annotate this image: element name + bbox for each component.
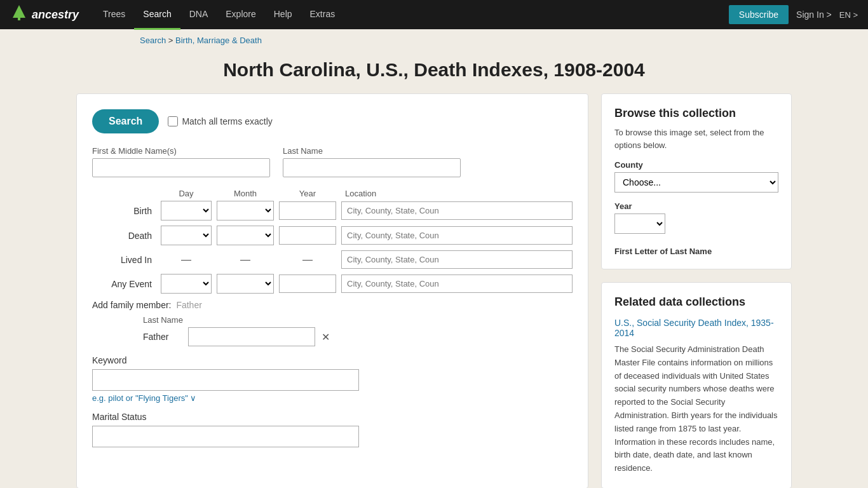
search-button[interactable]: Search [92,109,159,133]
death-location-input[interactable] [341,226,573,245]
browse-description: To browse this image set, select from th… [614,126,778,151]
nav-extras[interactable]: Extras [301,0,344,30]
lived-in-row: Lived In — — — [92,250,573,269]
father-last-name-input[interactable] [188,327,315,346]
signin-button[interactable]: Sign In > [796,10,832,20]
family-label: Add family member: Father [92,300,573,310]
death-label: Death [92,231,156,241]
nav-explore[interactable]: Explore [217,0,264,30]
match-exact-checkbox[interactable] [168,116,178,126]
site-logo[interactable]: ancestry [10,4,79,25]
birth-label: Birth [92,206,156,216]
death-year-input[interactable] [279,226,336,245]
search-header: Search Match all terms exactly [92,109,573,133]
death-month-select[interactable] [217,226,274,245]
birth-location-input[interactable] [341,201,573,220]
any-event-location-input[interactable] [341,274,573,293]
related-collection-description: The Social Security Administration Death… [614,343,778,475]
nav-help[interactable]: Help [265,0,301,30]
year-label: Year [614,201,778,211]
first-name-input[interactable] [92,158,270,177]
svg-rect-1 [18,17,20,20]
county-label: County [614,160,778,170]
col-location: Location [341,189,573,198]
browse-card: Browse this collection To browse this im… [601,93,792,269]
logo-text: ancestry [32,8,79,22]
date-grid: Day Month Year Location Birth Death [92,189,573,294]
father-field-wrapper: Last Name Father ✕ [143,315,573,346]
right-panel: Browse this collection To browse this im… [601,93,792,488]
related-card: Related data collections U.S., Social Se… [601,282,792,488]
main-layout: Search Match all terms exactly First & M… [0,93,868,488]
nav-search[interactable]: Search [134,0,180,30]
marital-status-input[interactable] [92,426,359,447]
father-clear-button[interactable]: ✕ [319,331,332,343]
birth-row: Birth [92,201,573,220]
svg-marker-0 [13,5,25,18]
nav-dna[interactable]: DNA [180,0,217,30]
lived-in-label: Lived In [92,255,156,265]
name-fields: First & Middle Name(s) Last Name [92,146,573,177]
any-event-month-select[interactable] [217,274,274,294]
family-type-text: Father [176,300,201,310]
nav-right-actions: Subscribe Sign In > EN > [729,5,858,24]
last-name-label: Last Name [283,146,461,156]
any-event-year-input[interactable] [279,274,336,293]
family-section: Add family member: Father Last Name Fath… [92,300,573,346]
search-panel: Search Match all terms exactly First & M… [76,93,588,488]
father-field-row: Father ✕ [143,327,573,346]
nav-links: Trees Search DNA Explore Help Extras [94,0,729,30]
first-name-label: First & Middle Name(s) [92,146,270,156]
last-name-group: Last Name [283,146,461,177]
father-row-label: Father [143,332,178,342]
col-year: Year [279,189,336,198]
breadcrumb-separator: > [168,36,175,45]
death-row: Death [92,226,573,245]
lived-in-month-dash: — [217,254,274,266]
marital-status-section: Marital Status [92,412,573,447]
birth-month-select[interactable] [217,201,274,220]
keyword-section: Keyword e.g. pilot or "Flying Tigers" ∨ [92,355,573,403]
year-select[interactable] [614,214,665,234]
father-last-name-label: Last Name [143,315,573,325]
first-letter-label: First Letter of Last Name [614,247,778,256]
nav-trees[interactable]: Trees [94,0,134,30]
birth-day-select[interactable] [161,201,212,220]
browse-title: Browse this collection [614,107,778,120]
breadcrumb: Search > Birth, Marriage & Death [0,29,868,51]
lived-in-year-dash: — [279,254,336,266]
col-month: Month [217,189,274,198]
county-select[interactable]: Choose... [614,172,778,193]
logo-leaf-icon [10,4,28,25]
last-name-input[interactable] [283,158,461,177]
keyword-label: Keyword [92,355,573,365]
any-event-label: Any Event [92,279,156,289]
add-family-text: Add family member: [92,300,171,310]
match-exact-text: Match all terms exactly [182,116,272,126]
keyword-input[interactable] [92,369,359,391]
any-event-row: Any Event [92,274,573,294]
first-name-group: First & Middle Name(s) [92,146,270,177]
lived-in-day-dash: — [161,254,212,266]
match-exact-label[interactable]: Match all terms exactly [168,116,272,126]
any-event-day-select[interactable] [161,274,212,294]
date-grid-header: Day Month Year Location [92,189,573,198]
death-day-select[interactable] [161,226,212,245]
keyword-hint[interactable]: e.g. pilot or "Flying Tigers" ∨ [92,393,573,403]
page-title: North Carolina, U.S., Death Indexes, 190… [0,51,868,93]
subscribe-button[interactable]: Subscribe [729,5,789,24]
col-day: Day [161,189,212,198]
breadcrumb-section-link[interactable]: Birth, Marriage & Death [175,36,262,45]
breadcrumb-search-link[interactable]: Search [140,36,166,45]
language-button[interactable]: EN > [839,10,858,20]
birth-year-input[interactable] [279,201,336,220]
lived-in-location-input[interactable] [341,250,573,269]
top-navigation: ancestry Trees Search DNA Explore Help E… [0,0,868,29]
related-title: Related data collections [614,295,778,309]
marital-status-label: Marital Status [92,412,573,422]
related-collection-link[interactable]: U.S., Social Security Death Index, 1935-… [614,318,778,338]
